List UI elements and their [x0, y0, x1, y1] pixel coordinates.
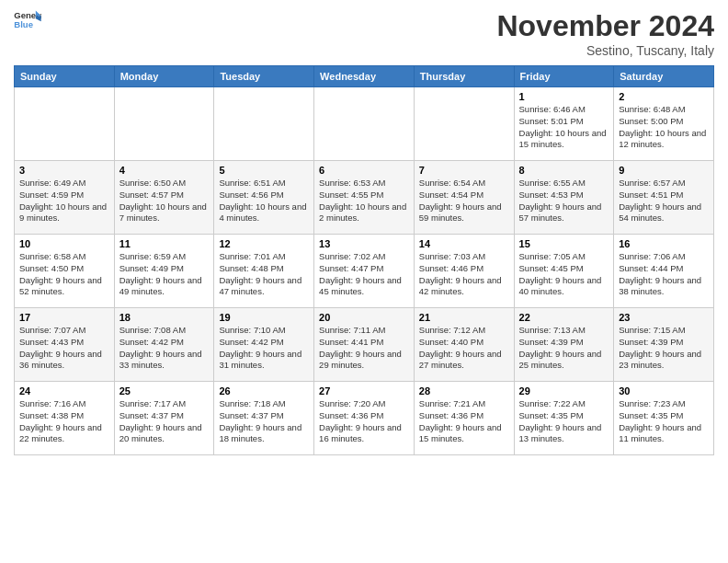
day-info: Sunrise: 6:58 AM Sunset: 4:50 PM Dayligh… [19, 251, 109, 298]
day-info: Sunrise: 6:55 AM Sunset: 4:53 PM Dayligh… [519, 178, 609, 224]
header-row: Sunday Monday Tuesday Wednesday Thursday… [15, 66, 714, 87]
day-info: Sunrise: 6:57 AM Sunset: 4:51 PM Dayligh… [619, 178, 709, 224]
cell-4-3: 27Sunrise: 7:20 AM Sunset: 4:36 PM Dayli… [314, 382, 415, 455]
day-info: Sunrise: 6:51 AM Sunset: 4:56 PM Dayligh… [219, 178, 309, 224]
day-info: Sunrise: 6:49 AM Sunset: 4:59 PM Dayligh… [19, 178, 109, 224]
header-wednesday: Wednesday [314, 66, 415, 87]
cell-1-4: 7Sunrise: 6:54 AM Sunset: 4:54 PM Daylig… [414, 161, 514, 235]
cell-0-4 [414, 87, 514, 161]
day-number: 9 [619, 165, 709, 176]
cell-4-2: 26Sunrise: 7:18 AM Sunset: 4:37 PM Dayli… [214, 382, 314, 455]
day-info: Sunrise: 7:01 AM Sunset: 4:48 PM Dayligh… [219, 251, 309, 298]
day-number: 12 [219, 238, 309, 249]
cell-0-5: 1Sunrise: 6:46 AM Sunset: 5:01 PM Daylig… [514, 87, 614, 161]
day-number: 25 [119, 385, 210, 396]
cell-4-1: 25Sunrise: 7:17 AM Sunset: 4:37 PM Dayli… [114, 382, 214, 455]
day-number: 27 [319, 385, 409, 396]
day-number: 8 [519, 165, 609, 176]
svg-marker-3 [36, 16, 41, 21]
cell-0-0 [15, 87, 115, 161]
cell-3-2: 19Sunrise: 7:10 AM Sunset: 4:42 PM Dayli… [214, 308, 314, 382]
day-info: Sunrise: 7:13 AM Sunset: 4:39 PM Dayligh… [519, 325, 609, 372]
day-number: 30 [619, 385, 709, 396]
day-info: Sunrise: 6:53 AM Sunset: 4:55 PM Dayligh… [319, 178, 409, 224]
cell-1-0: 3Sunrise: 6:49 AM Sunset: 4:59 PM Daylig… [15, 161, 115, 235]
day-info: Sunrise: 7:23 AM Sunset: 4:35 PM Dayligh… [619, 398, 709, 445]
day-number: 6 [319, 165, 409, 176]
cell-0-6: 2Sunrise: 6:48 AM Sunset: 5:00 PM Daylig… [614, 87, 714, 161]
day-number: 7 [419, 165, 509, 176]
day-info: Sunrise: 7:18 AM Sunset: 4:37 PM Dayligh… [219, 398, 309, 445]
day-number: 4 [119, 165, 210, 176]
day-number: 1 [519, 91, 609, 102]
cell-2-3: 13Sunrise: 7:02 AM Sunset: 4:47 PM Dayli… [314, 235, 415, 308]
svg-text:Blue: Blue [14, 19, 33, 29]
cell-2-0: 10Sunrise: 6:58 AM Sunset: 4:50 PM Dayli… [15, 235, 115, 308]
header-monday: Monday [114, 66, 214, 87]
cell-3-6: 23Sunrise: 7:15 AM Sunset: 4:39 PM Dayli… [614, 308, 714, 382]
day-info: Sunrise: 6:50 AM Sunset: 4:57 PM Dayligh… [119, 178, 210, 224]
day-number: 14 [419, 238, 509, 249]
day-number: 23 [619, 312, 709, 323]
cell-4-5: 29Sunrise: 7:22 AM Sunset: 4:35 PM Dayli… [514, 382, 614, 455]
day-number: 18 [119, 312, 210, 323]
cell-1-5: 8Sunrise: 6:55 AM Sunset: 4:53 PM Daylig… [514, 161, 614, 235]
cell-4-4: 28Sunrise: 7:21 AM Sunset: 4:36 PM Dayli… [414, 382, 514, 455]
cell-1-2: 5Sunrise: 6:51 AM Sunset: 4:56 PM Daylig… [214, 161, 314, 235]
day-info: Sunrise: 7:22 AM Sunset: 4:35 PM Dayligh… [519, 398, 609, 445]
cell-4-0: 24Sunrise: 7:16 AM Sunset: 4:38 PM Dayli… [15, 382, 115, 455]
cell-1-1: 4Sunrise: 6:50 AM Sunset: 4:57 PM Daylig… [114, 161, 214, 235]
header-friday: Friday [514, 66, 614, 87]
cell-4-6: 30Sunrise: 7:23 AM Sunset: 4:35 PM Dayli… [614, 382, 714, 455]
day-info: Sunrise: 7:06 AM Sunset: 4:44 PM Dayligh… [619, 251, 709, 298]
day-info: Sunrise: 7:16 AM Sunset: 4:38 PM Dayligh… [19, 398, 109, 445]
week-row-1: 3Sunrise: 6:49 AM Sunset: 4:59 PM Daylig… [15, 161, 714, 235]
calendar-table: Sunday Monday Tuesday Wednesday Thursday… [14, 65, 714, 455]
header-saturday: Saturday [614, 66, 714, 87]
cell-0-3 [314, 87, 415, 161]
day-info: Sunrise: 7:10 AM Sunset: 4:42 PM Dayligh… [219, 325, 309, 372]
day-info: Sunrise: 6:54 AM Sunset: 4:54 PM Dayligh… [419, 178, 509, 224]
day-number: 26 [219, 385, 309, 396]
day-number: 17 [19, 312, 109, 323]
week-row-4: 24Sunrise: 7:16 AM Sunset: 4:38 PM Dayli… [15, 382, 714, 455]
cell-3-1: 18Sunrise: 7:08 AM Sunset: 4:42 PM Dayli… [114, 308, 214, 382]
day-number: 2 [619, 91, 709, 102]
cell-2-2: 12Sunrise: 7:01 AM Sunset: 4:48 PM Dayli… [214, 235, 314, 308]
day-number: 19 [219, 312, 309, 323]
day-number: 10 [19, 238, 109, 249]
day-number: 28 [419, 385, 509, 396]
day-number: 20 [319, 312, 409, 323]
day-number: 24 [19, 385, 109, 396]
cell-3-0: 17Sunrise: 7:07 AM Sunset: 4:43 PM Dayli… [15, 308, 115, 382]
week-row-3: 17Sunrise: 7:07 AM Sunset: 4:43 PM Dayli… [15, 308, 714, 382]
day-info: Sunrise: 7:21 AM Sunset: 4:36 PM Dayligh… [419, 398, 509, 445]
month-title: November 2024 [496, 9, 714, 43]
day-number: 11 [119, 238, 210, 249]
day-number: 16 [619, 238, 709, 249]
day-number: 22 [519, 312, 609, 323]
day-info: Sunrise: 7:02 AM Sunset: 4:47 PM Dayligh… [319, 251, 409, 298]
day-info: Sunrise: 7:07 AM Sunset: 4:43 PM Dayligh… [19, 325, 109, 372]
cell-2-4: 14Sunrise: 7:03 AM Sunset: 4:46 PM Dayli… [414, 235, 514, 308]
day-info: Sunrise: 7:15 AM Sunset: 4:39 PM Dayligh… [619, 325, 709, 372]
week-row-0: 1Sunrise: 6:46 AM Sunset: 5:01 PM Daylig… [15, 87, 714, 161]
cell-2-6: 16Sunrise: 7:06 AM Sunset: 4:44 PM Dayli… [614, 235, 714, 308]
cell-3-4: 21Sunrise: 7:12 AM Sunset: 4:40 PM Dayli… [414, 308, 514, 382]
day-info: Sunrise: 6:59 AM Sunset: 4:49 PM Dayligh… [119, 251, 210, 298]
header-sunday: Sunday [15, 66, 115, 87]
header: General Blue November 2024 Sestino, Tusc… [14, 9, 714, 58]
cell-0-1 [114, 87, 214, 161]
subtitle: Sestino, Tuscany, Italy [496, 43, 714, 58]
day-number: 3 [19, 165, 109, 176]
day-number: 5 [219, 165, 309, 176]
day-number: 15 [519, 238, 609, 249]
day-info: Sunrise: 7:05 AM Sunset: 4:45 PM Dayligh… [519, 251, 609, 298]
logo: General Blue [14, 9, 41, 29]
header-tuesday: Tuesday [214, 66, 314, 87]
day-info: Sunrise: 7:20 AM Sunset: 4:36 PM Dayligh… [319, 398, 409, 445]
day-number: 13 [319, 238, 409, 249]
page: General Blue November 2024 Sestino, Tusc… [0, 0, 728, 563]
logo-icon: General Blue [14, 9, 41, 29]
cell-0-2 [214, 87, 314, 161]
